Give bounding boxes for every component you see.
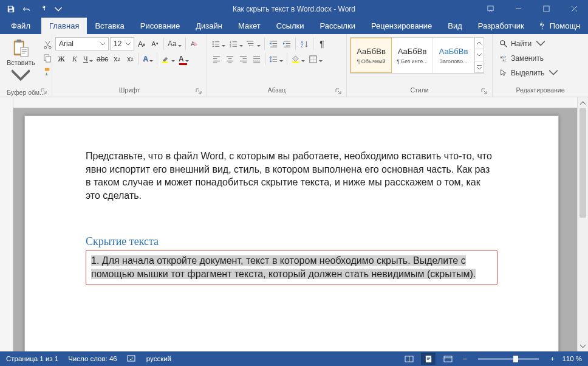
ribbon-options-icon[interactable] (476, 0, 504, 18)
vertical-ruler[interactable] (0, 97, 13, 351)
tab-view[interactable]: Вид (440, 18, 470, 34)
align-right-icon[interactable] (237, 52, 249, 66)
highlight-icon[interactable] (160, 52, 176, 66)
line-spacing-icon[interactable] (268, 52, 284, 66)
svg-text:ac: ac (502, 58, 506, 62)
justify-icon[interactable] (250, 52, 262, 66)
body-paragraph[interactable]: Представьте, что в файл Word, с которым … (86, 150, 497, 202)
decrease-indent-icon[interactable] (267, 37, 279, 50)
zoom-slider[interactable] (478, 358, 539, 360)
tab-insert[interactable]: Вставка (87, 18, 132, 34)
grow-font-icon[interactable]: A▴ (135, 37, 148, 50)
select-button[interactable]: Выделить (496, 66, 561, 80)
styles-label: Стили (350, 86, 489, 97)
increase-indent-icon[interactable] (281, 37, 293, 50)
editing-label: Редактирование (496, 86, 585, 97)
scroll-up-icon[interactable] (578, 97, 588, 108)
heading-text[interactable]: Скрытие текста (86, 235, 497, 248)
font-size-combo[interactable]: 12 (110, 37, 134, 50)
font-label: Шрифт (55, 86, 203, 97)
svg-rect-2 (487, 6, 493, 10)
borders-icon[interactable] (307, 52, 324, 66)
shrink-font-icon[interactable]: A▾ (149, 37, 161, 50)
window-title: Как скрыть текст в Word.docx - Word (233, 5, 355, 13)
clipboard-launcher-icon[interactable] (40, 88, 47, 95)
text-effects-icon[interactable]: A (142, 52, 154, 66)
tab-mailings[interactable]: Рассылки (312, 18, 363, 34)
scroll-down-icon[interactable] (578, 340, 588, 351)
zoom-in-icon[interactable]: + (547, 355, 557, 362)
tab-references[interactable]: Ссылки (268, 18, 312, 34)
qat-more-icon[interactable] (51, 2, 66, 16)
bullets-icon[interactable] (210, 37, 227, 50)
shading-icon[interactable] (290, 52, 306, 66)
replace-button[interactable]: abac Заменить (496, 52, 547, 65)
scroll-thumb[interactable] (579, 108, 586, 218)
web-layout-icon[interactable] (440, 353, 455, 365)
horizontal-ruler[interactable] (13, 97, 588, 108)
tab-layout[interactable]: Макет (230, 18, 268, 34)
zoom-slider-thumb[interactable] (513, 356, 518, 362)
title-bar: Как скрыть текст в Word.docx - Word (0, 0, 588, 18)
numbering-icon[interactable]: 123 (228, 37, 244, 50)
change-case-icon[interactable]: Aa (166, 37, 183, 50)
print-layout-icon[interactable] (421, 353, 436, 365)
tab-developer[interactable]: Разработчик (470, 18, 532, 34)
language[interactable]: русский (146, 355, 171, 362)
underline-button[interactable]: Ч (82, 52, 94, 66)
multilevel-list-icon[interactable] (245, 37, 262, 50)
maximize-icon[interactable] (532, 0, 560, 18)
group-editing: Найти abac Заменить Выделить Редактирова… (493, 34, 588, 97)
svg-rect-33 (477, 65, 482, 66)
italic-button[interactable]: К (69, 52, 81, 66)
subscript-button[interactable]: x2 (111, 52, 123, 66)
gallery-more[interactable] (474, 38, 484, 73)
clear-formatting-icon[interactable]: A (188, 37, 200, 50)
svg-point-14 (49, 46, 52, 49)
svg-rect-41 (444, 356, 452, 361)
zoom-level[interactable]: 110 % (562, 355, 582, 362)
save-icon[interactable] (4, 2, 18, 16)
read-mode-icon[interactable] (402, 353, 416, 365)
tell-me-label: Помощн (550, 21, 581, 30)
page-number[interactable]: Страница 1 из 1 (6, 355, 58, 362)
style-normal[interactable]: АаБбВв ¶ Обычный (350, 38, 392, 73)
style-no-spacing[interactable]: АаБбВв ¶ Без инте... (392, 38, 433, 73)
vertical-scrollbar[interactable] (577, 97, 588, 351)
find-button[interactable]: Найти (496, 37, 549, 50)
tab-review[interactable]: Рецензирование (363, 18, 440, 34)
tab-home[interactable]: Главная (41, 18, 87, 34)
group-styles: АаБбВв ¶ Обычный АаБбВв ¶ Без инте... Аа… (347, 34, 493, 97)
styles-launcher-icon[interactable] (480, 88, 488, 95)
redo-icon[interactable] (35, 2, 50, 16)
tell-me[interactable]: Помощн (532, 18, 588, 34)
align-center-icon[interactable] (224, 52, 236, 66)
svg-point-26 (247, 40, 248, 41)
strikethrough-button[interactable]: abc (95, 52, 109, 66)
minimize-icon[interactable] (504, 0, 532, 18)
superscript-button[interactable]: x2 (124, 52, 136, 66)
style-heading1[interactable]: АаБбВв Заголово... (433, 38, 474, 73)
zoom-out-icon[interactable]: − (460, 355, 470, 362)
selected-text[interactable]: 1. Для начала откройте документ, текст в… (91, 255, 476, 279)
sort-icon[interactable]: AZ (298, 37, 310, 50)
page[interactable]: Представьте, что в файл Word, с которым … (24, 116, 559, 351)
tab-design[interactable]: Дизайн (188, 18, 230, 34)
ribbon: Вставить Буфер обм... Arial 12 A▴ A▾ Aa (0, 34, 588, 97)
font-name-combo[interactable]: Arial (55, 37, 109, 50)
tab-draw[interactable]: Рисование (132, 18, 188, 34)
undo-icon[interactable] (19, 2, 34, 16)
font-launcher-icon[interactable] (195, 88, 202, 95)
align-left-icon[interactable] (210, 52, 222, 66)
close-icon[interactable] (560, 0, 588, 18)
font-color-icon[interactable]: A (177, 52, 190, 66)
word-count[interactable]: Число слов: 46 (68, 355, 117, 362)
paste-button[interactable]: Вставить (3, 36, 39, 88)
spellcheck-icon[interactable] (127, 354, 137, 363)
svg-point-28 (249, 45, 250, 46)
paragraph-launcher-icon[interactable] (335, 88, 342, 95)
tab-file[interactable]: Файл (0, 18, 41, 34)
bold-button[interactable]: Ж (55, 52, 67, 66)
svg-rect-12 (21, 47, 28, 57)
show-marks-icon[interactable]: ¶ (316, 37, 328, 50)
